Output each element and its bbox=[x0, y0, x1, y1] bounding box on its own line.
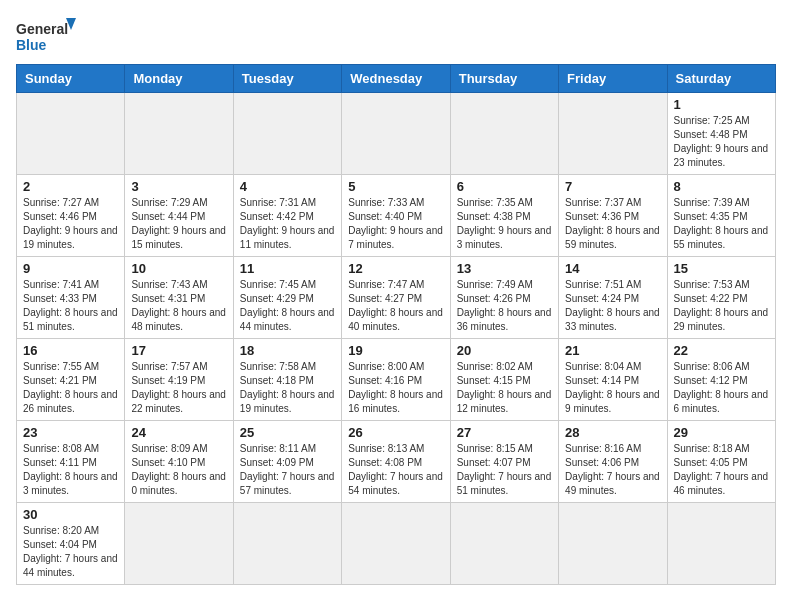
calendar-cell: 6Sunrise: 7:35 AM Sunset: 4:38 PM Daylig… bbox=[450, 175, 558, 257]
calendar-cell: 4Sunrise: 7:31 AM Sunset: 4:42 PM Daylig… bbox=[233, 175, 341, 257]
day-number: 13 bbox=[457, 261, 552, 276]
day-number: 18 bbox=[240, 343, 335, 358]
day-number: 19 bbox=[348, 343, 443, 358]
day-info: Sunrise: 7:33 AM Sunset: 4:40 PM Dayligh… bbox=[348, 196, 443, 252]
day-info: Sunrise: 7:29 AM Sunset: 4:44 PM Dayligh… bbox=[131, 196, 226, 252]
calendar-cell: 21Sunrise: 8:04 AM Sunset: 4:14 PM Dayli… bbox=[559, 339, 667, 421]
day-number: 4 bbox=[240, 179, 335, 194]
day-info: Sunrise: 8:04 AM Sunset: 4:14 PM Dayligh… bbox=[565, 360, 660, 416]
day-info: Sunrise: 7:35 AM Sunset: 4:38 PM Dayligh… bbox=[457, 196, 552, 252]
day-info: Sunrise: 7:53 AM Sunset: 4:22 PM Dayligh… bbox=[674, 278, 769, 334]
day-number: 29 bbox=[674, 425, 769, 440]
header: GeneralBlue bbox=[16, 16, 776, 56]
day-info: Sunrise: 7:39 AM Sunset: 4:35 PM Dayligh… bbox=[674, 196, 769, 252]
day-info: Sunrise: 8:13 AM Sunset: 4:08 PM Dayligh… bbox=[348, 442, 443, 498]
calendar-cell bbox=[559, 93, 667, 175]
calendar-cell bbox=[450, 93, 558, 175]
day-info: Sunrise: 7:47 AM Sunset: 4:27 PM Dayligh… bbox=[348, 278, 443, 334]
day-info: Sunrise: 8:11 AM Sunset: 4:09 PM Dayligh… bbox=[240, 442, 335, 498]
weekday-header-tuesday: Tuesday bbox=[233, 65, 341, 93]
day-info: Sunrise: 7:25 AM Sunset: 4:48 PM Dayligh… bbox=[674, 114, 769, 170]
day-info: Sunrise: 8:08 AM Sunset: 4:11 PM Dayligh… bbox=[23, 442, 118, 498]
calendar-cell: 1Sunrise: 7:25 AM Sunset: 4:48 PM Daylig… bbox=[667, 93, 775, 175]
day-info: Sunrise: 7:45 AM Sunset: 4:29 PM Dayligh… bbox=[240, 278, 335, 334]
day-info: Sunrise: 8:02 AM Sunset: 4:15 PM Dayligh… bbox=[457, 360, 552, 416]
calendar-cell: 2Sunrise: 7:27 AM Sunset: 4:46 PM Daylig… bbox=[17, 175, 125, 257]
day-number: 2 bbox=[23, 179, 118, 194]
calendar-cell: 23Sunrise: 8:08 AM Sunset: 4:11 PM Dayli… bbox=[17, 421, 125, 503]
day-number: 12 bbox=[348, 261, 443, 276]
calendar-cell: 15Sunrise: 7:53 AM Sunset: 4:22 PM Dayli… bbox=[667, 257, 775, 339]
day-number: 21 bbox=[565, 343, 660, 358]
week-row-5: 30Sunrise: 8:20 AM Sunset: 4:04 PM Dayli… bbox=[17, 503, 776, 585]
calendar-cell: 8Sunrise: 7:39 AM Sunset: 4:35 PM Daylig… bbox=[667, 175, 775, 257]
calendar-cell: 20Sunrise: 8:02 AM Sunset: 4:15 PM Dayli… bbox=[450, 339, 558, 421]
day-number: 14 bbox=[565, 261, 660, 276]
calendar-cell: 26Sunrise: 8:13 AM Sunset: 4:08 PM Dayli… bbox=[342, 421, 450, 503]
calendar-cell bbox=[559, 503, 667, 585]
calendar-cell: 9Sunrise: 7:41 AM Sunset: 4:33 PM Daylig… bbox=[17, 257, 125, 339]
calendar-cell bbox=[342, 93, 450, 175]
day-number: 30 bbox=[23, 507, 118, 522]
day-number: 7 bbox=[565, 179, 660, 194]
calendar-cell bbox=[125, 93, 233, 175]
day-number: 16 bbox=[23, 343, 118, 358]
calendar-cell: 28Sunrise: 8:16 AM Sunset: 4:06 PM Dayli… bbox=[559, 421, 667, 503]
day-info: Sunrise: 7:43 AM Sunset: 4:31 PM Dayligh… bbox=[131, 278, 226, 334]
weekday-header-saturday: Saturday bbox=[667, 65, 775, 93]
week-row-3: 16Sunrise: 7:55 AM Sunset: 4:21 PM Dayli… bbox=[17, 339, 776, 421]
day-number: 25 bbox=[240, 425, 335, 440]
weekday-header-thursday: Thursday bbox=[450, 65, 558, 93]
calendar-cell: 16Sunrise: 7:55 AM Sunset: 4:21 PM Dayli… bbox=[17, 339, 125, 421]
day-info: Sunrise: 8:18 AM Sunset: 4:05 PM Dayligh… bbox=[674, 442, 769, 498]
weekday-header-sunday: Sunday bbox=[17, 65, 125, 93]
week-row-0: 1Sunrise: 7:25 AM Sunset: 4:48 PM Daylig… bbox=[17, 93, 776, 175]
day-number: 1 bbox=[674, 97, 769, 112]
calendar-cell: 30Sunrise: 8:20 AM Sunset: 4:04 PM Dayli… bbox=[17, 503, 125, 585]
week-row-4: 23Sunrise: 8:08 AM Sunset: 4:11 PM Dayli… bbox=[17, 421, 776, 503]
day-number: 27 bbox=[457, 425, 552, 440]
day-info: Sunrise: 8:15 AM Sunset: 4:07 PM Dayligh… bbox=[457, 442, 552, 498]
calendar-cell: 10Sunrise: 7:43 AM Sunset: 4:31 PM Dayli… bbox=[125, 257, 233, 339]
calendar-cell bbox=[17, 93, 125, 175]
calendar-cell bbox=[667, 503, 775, 585]
weekday-header-row: SundayMondayTuesdayWednesdayThursdayFrid… bbox=[17, 65, 776, 93]
day-number: 24 bbox=[131, 425, 226, 440]
day-number: 3 bbox=[131, 179, 226, 194]
calendar-cell: 22Sunrise: 8:06 AM Sunset: 4:12 PM Dayli… bbox=[667, 339, 775, 421]
day-info: Sunrise: 8:16 AM Sunset: 4:06 PM Dayligh… bbox=[565, 442, 660, 498]
calendar-cell: 13Sunrise: 7:49 AM Sunset: 4:26 PM Dayli… bbox=[450, 257, 558, 339]
calendar-cell: 11Sunrise: 7:45 AM Sunset: 4:29 PM Dayli… bbox=[233, 257, 341, 339]
calendar-cell: 7Sunrise: 7:37 AM Sunset: 4:36 PM Daylig… bbox=[559, 175, 667, 257]
day-info: Sunrise: 7:41 AM Sunset: 4:33 PM Dayligh… bbox=[23, 278, 118, 334]
calendar-cell bbox=[450, 503, 558, 585]
calendar-cell bbox=[233, 503, 341, 585]
day-info: Sunrise: 7:31 AM Sunset: 4:42 PM Dayligh… bbox=[240, 196, 335, 252]
day-number: 5 bbox=[348, 179, 443, 194]
day-number: 10 bbox=[131, 261, 226, 276]
day-number: 6 bbox=[457, 179, 552, 194]
day-info: Sunrise: 8:20 AM Sunset: 4:04 PM Dayligh… bbox=[23, 524, 118, 580]
logo-svg: GeneralBlue bbox=[16, 16, 76, 56]
calendar-cell: 29Sunrise: 8:18 AM Sunset: 4:05 PM Dayli… bbox=[667, 421, 775, 503]
calendar-cell: 14Sunrise: 7:51 AM Sunset: 4:24 PM Dayli… bbox=[559, 257, 667, 339]
svg-text:Blue: Blue bbox=[16, 37, 47, 53]
calendar-cell: 5Sunrise: 7:33 AM Sunset: 4:40 PM Daylig… bbox=[342, 175, 450, 257]
day-info: Sunrise: 8:06 AM Sunset: 4:12 PM Dayligh… bbox=[674, 360, 769, 416]
calendar-cell: 27Sunrise: 8:15 AM Sunset: 4:07 PM Dayli… bbox=[450, 421, 558, 503]
day-number: 22 bbox=[674, 343, 769, 358]
day-number: 17 bbox=[131, 343, 226, 358]
calendar-cell: 19Sunrise: 8:00 AM Sunset: 4:16 PM Dayli… bbox=[342, 339, 450, 421]
calendar-cell: 24Sunrise: 8:09 AM Sunset: 4:10 PM Dayli… bbox=[125, 421, 233, 503]
calendar-cell: 18Sunrise: 7:58 AM Sunset: 4:18 PM Dayli… bbox=[233, 339, 341, 421]
day-info: Sunrise: 7:55 AM Sunset: 4:21 PM Dayligh… bbox=[23, 360, 118, 416]
day-info: Sunrise: 8:09 AM Sunset: 4:10 PM Dayligh… bbox=[131, 442, 226, 498]
day-info: Sunrise: 7:37 AM Sunset: 4:36 PM Dayligh… bbox=[565, 196, 660, 252]
weekday-header-wednesday: Wednesday bbox=[342, 65, 450, 93]
day-info: Sunrise: 7:51 AM Sunset: 4:24 PM Dayligh… bbox=[565, 278, 660, 334]
week-row-2: 9Sunrise: 7:41 AM Sunset: 4:33 PM Daylig… bbox=[17, 257, 776, 339]
day-number: 15 bbox=[674, 261, 769, 276]
calendar: SundayMondayTuesdayWednesdayThursdayFrid… bbox=[16, 64, 776, 585]
logo: GeneralBlue bbox=[16, 16, 76, 56]
day-number: 8 bbox=[674, 179, 769, 194]
